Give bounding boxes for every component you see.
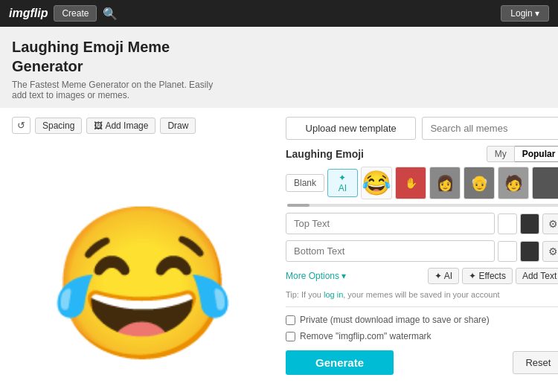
draw-button[interactable]: Draw xyxy=(160,118,196,134)
blank-thumbnail[interactable]: Blank xyxy=(286,174,324,192)
refresh-button[interactable]: ↺ xyxy=(12,117,31,134)
options-row: More Options ▾ ✦ AI ✦ Effects Add Text xyxy=(286,268,558,284)
upload-template-button[interactable]: Upload new template xyxy=(286,117,416,140)
private-checkbox[interactable] xyxy=(286,315,295,325)
meme-thumbnails: Blank ✦ AI 😂 ✋ 👩 👴 🧑 xyxy=(286,167,558,199)
login-link[interactable]: log in xyxy=(324,290,343,299)
private-checkbox-row: Private (must download image to save or … xyxy=(286,315,558,325)
private-label: Private (must download image to save or … xyxy=(300,315,490,325)
bottom-text-settings-button[interactable]: ⚙ xyxy=(542,241,558,262)
tab-popular[interactable]: Popular xyxy=(515,146,558,162)
brand-logo: imgflip xyxy=(9,7,48,20)
scroll-thumb xyxy=(287,204,310,207)
bottom-text-color-dark[interactable] xyxy=(520,241,539,262)
ai-thumbnail[interactable]: ✦ AI xyxy=(327,169,358,197)
scroll-bar xyxy=(287,204,558,207)
tab-group: My Popular xyxy=(487,146,558,162)
add-text-button[interactable]: Add Text xyxy=(516,268,558,284)
ai-effect-button[interactable]: ✦ AI xyxy=(428,268,459,284)
image-panel: ↺ Spacing 🖼 Add Image Draw 😂 xyxy=(9,117,277,392)
top-buttons: Upload new template xyxy=(286,117,558,140)
page-header: Laughing Emoji MemeGenerator The Fastest… xyxy=(0,27,558,108)
thumbnail-2[interactable]: ✋ xyxy=(395,167,426,199)
tab-my[interactable]: My xyxy=(487,146,515,162)
thumbnail-more[interactable] xyxy=(532,167,558,199)
meme-selector: Laughing Emoji My Popular Blank ✦ AI 😂 ✋… xyxy=(286,146,558,207)
spacing-button[interactable]: Spacing xyxy=(35,118,82,134)
page-subtitle: The Fastest Meme Generator on the Planet… xyxy=(12,80,546,100)
watermark-checkbox-row: Remove "imgflip.com" watermark xyxy=(286,331,558,341)
top-text-color-dark[interactable] xyxy=(520,213,539,234)
bottom-text-color-white[interactable] xyxy=(498,241,517,262)
login-button[interactable]: Login ▾ xyxy=(501,5,549,22)
meme-emoji: 😂 xyxy=(39,179,247,388)
create-button[interactable]: Create xyxy=(54,5,97,22)
thumbnail-4[interactable]: 👴 xyxy=(464,167,495,199)
thumbnail-1[interactable]: 😂 xyxy=(361,167,392,199)
main-content: ↺ Spacing 🖼 Add Image Draw 😂 Upload new … xyxy=(0,108,558,392)
tip-text: Tip: If you log in, your memes will be s… xyxy=(286,290,558,299)
effect-buttons: ✦ AI ✦ Effects Add Text xyxy=(428,268,558,284)
top-text-input[interactable] xyxy=(286,213,495,234)
meme-name: Laughing Emoji xyxy=(286,148,364,160)
toolbar: ↺ Spacing 🖼 Add Image Draw xyxy=(9,117,277,134)
top-text-row: ⚙ xyxy=(286,213,558,234)
navbar-right: Login ▾ xyxy=(501,5,549,22)
search-memes-input[interactable] xyxy=(422,117,558,140)
add-image-button[interactable]: 🖼 Add Image xyxy=(86,118,155,134)
more-options-button[interactable]: More Options ▾ xyxy=(286,271,346,281)
meme-selector-header: Laughing Emoji My Popular xyxy=(286,146,558,162)
watermark-label: Remove "imgflip.com" watermark xyxy=(300,331,432,341)
meme-image-container: 😂 xyxy=(9,140,277,392)
right-panel: Upload new template Laughing Emoji My Po… xyxy=(286,117,558,392)
bottom-text-row: ⚙ xyxy=(286,240,558,262)
image-icon: 🖼 xyxy=(94,121,103,131)
ai-icon: ✦ AI xyxy=(334,173,351,193)
navbar: imgflip Create 🔍 Login ▾ xyxy=(0,0,558,27)
top-text-color-white[interactable] xyxy=(498,213,517,234)
watermark-checkbox[interactable] xyxy=(286,332,295,341)
generate-button[interactable]: Generate xyxy=(286,350,394,375)
generate-row: Generate Reset xyxy=(286,350,558,375)
search-icon[interactable]: 🔍 xyxy=(103,7,118,21)
effects-button[interactable]: ✦ Effects xyxy=(462,268,513,284)
divider xyxy=(286,306,558,307)
thumbnail-3[interactable]: 👩 xyxy=(429,167,461,199)
bottom-text-input[interactable] xyxy=(286,240,495,262)
navbar-left: imgflip Create 🔍 xyxy=(9,5,118,22)
page-title: Laughing Emoji MemeGenerator xyxy=(12,37,546,76)
reset-button[interactable]: Reset xyxy=(513,351,558,374)
thumbnail-5[interactable]: 🧑 xyxy=(498,167,529,199)
top-text-settings-button[interactable]: ⚙ xyxy=(542,213,558,234)
